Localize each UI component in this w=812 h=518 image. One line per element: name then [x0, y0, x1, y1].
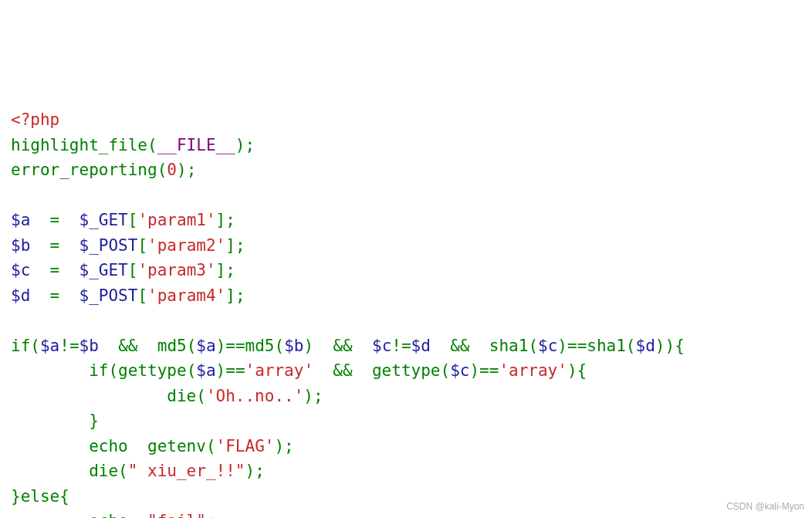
quote: ' — [557, 361, 567, 380]
var-d: $d — [411, 337, 431, 355]
paren-open: ( — [196, 387, 206, 405]
var-c: $c — [450, 361, 469, 380]
op-neq: != — [59, 337, 79, 355]
paren-open: ( — [206, 437, 216, 455]
quote: ' — [216, 286, 226, 305]
func-md5: md5 — [157, 337, 187, 355]
quote: ' — [206, 261, 216, 279]
quote-dbl: " — [128, 462, 138, 480]
paren-open: ( — [528, 337, 538, 355]
brace-open: { — [59, 487, 69, 506]
bracket-close: ] — [225, 236, 235, 255]
quote: ' — [245, 361, 255, 380]
quote-dbl: " — [235, 462, 245, 480]
string-param3: param3 — [147, 261, 206, 279]
bracket-open: [ — [128, 211, 138, 229]
func-gettype: gettype — [118, 361, 187, 380]
superglobal-get: $_GET — [80, 211, 128, 229]
keyword-echo: echo — [89, 512, 128, 518]
paren-open: ( — [30, 337, 40, 355]
func-gettype: gettype — [372, 361, 441, 380]
quote: ' — [206, 387, 216, 405]
var-d: $d — [636, 337, 655, 355]
semicolon: ; — [225, 261, 235, 279]
paren-open: ( — [626, 337, 636, 355]
op-and: && — [118, 337, 137, 355]
quote-dbl: " — [147, 512, 157, 518]
paren-open: ( — [147, 136, 157, 154]
literal-zero: 0 — [167, 161, 177, 179]
string-fail: fail — [157, 512, 197, 518]
paren-close: ) — [469, 361, 479, 380]
semicolon: ; — [187, 161, 197, 179]
const-file: __FILE__ — [157, 136, 235, 154]
var-c: $c — [11, 261, 30, 279]
semicolon: ; — [206, 512, 216, 518]
paren-close: ) — [303, 337, 313, 355]
op-and: && — [450, 337, 469, 355]
brace-close: } — [89, 411, 99, 430]
bracket-open: [ — [128, 261, 138, 279]
op-eqeq: == — [567, 337, 587, 355]
func-sha1: sha1 — [587, 337, 626, 355]
quote: ' — [303, 361, 313, 380]
semicolon: ; — [255, 462, 265, 480]
op-and: && — [333, 337, 352, 355]
bracket-close: ] — [216, 211, 226, 229]
semicolon: ; — [225, 211, 235, 229]
paren-open: ( — [118, 462, 128, 480]
bracket-open: [ — [137, 236, 147, 255]
php-open-tag: <?php — [11, 110, 59, 129]
var-a: $a — [40, 337, 59, 355]
brace-open: { — [577, 361, 587, 380]
semicolon: ; — [313, 387, 323, 405]
superglobal-post: $_POST — [80, 286, 138, 305]
superglobal-post: $_POST — [80, 236, 138, 255]
quote: ' — [147, 286, 157, 305]
keyword-if: if — [89, 361, 108, 380]
paren-close: ) — [655, 337, 665, 355]
var-a: $a — [196, 337, 215, 355]
keyword-else: else — [21, 487, 60, 506]
string-array: array — [509, 361, 557, 380]
op-and: && — [333, 361, 352, 380]
semicolon: ; — [284, 437, 294, 455]
var-a: $a — [196, 361, 215, 380]
string-param1: param1 — [147, 211, 206, 229]
paren-open: ( — [440, 361, 450, 380]
brace-open: { — [675, 337, 685, 355]
semicolon: ; — [235, 236, 245, 255]
quote-dbl: " — [196, 512, 206, 518]
quote: ' — [216, 236, 226, 255]
php-source-code: <?php highlight_file(__FILE__); error_re… — [11, 110, 685, 518]
var-a: $a — [11, 211, 30, 229]
paren-open: ( — [108, 361, 118, 380]
brace-close: } — [11, 487, 21, 506]
var-d: $d — [11, 286, 30, 305]
paren-close: ) — [245, 462, 255, 480]
op-eqeq: == — [225, 361, 245, 380]
op-assign: = — [50, 286, 60, 305]
var-c: $c — [372, 337, 391, 355]
paren-close: ) — [567, 361, 577, 380]
func-highlight-file: highlight_file — [11, 136, 147, 154]
string-flag: FLAG — [225, 437, 265, 455]
quote: ' — [265, 437, 275, 455]
op-eqeq: == — [225, 337, 245, 355]
func-error-reporting: error_reporting — [11, 161, 157, 179]
string-ohno: Oh..no.. — [216, 387, 294, 405]
func-die: die — [167, 387, 196, 405]
semicolon: ; — [235, 286, 245, 305]
paren-close: ) — [216, 337, 226, 355]
string-param4: param4 — [157, 286, 216, 305]
superglobal-get: $_GET — [80, 261, 128, 279]
paren-close: ) — [177, 161, 187, 179]
quote: ' — [137, 211, 147, 229]
quote: ' — [499, 361, 509, 380]
keyword-echo: echo — [89, 437, 128, 455]
quote: ' — [294, 387, 304, 405]
var-b: $b — [11, 236, 30, 255]
bracket-close: ] — [216, 261, 226, 279]
paren-close: ) — [274, 437, 284, 455]
paren-close: ) — [303, 387, 313, 405]
